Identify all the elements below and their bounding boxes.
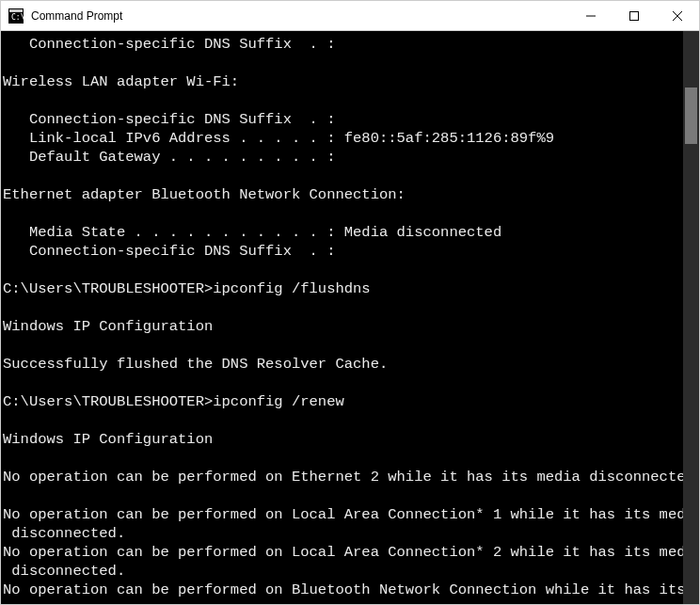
window-title: Command Prompt [31, 9, 569, 23]
minimize-button[interactable] [569, 1, 612, 30]
svg-rect-4 [630, 11, 639, 20]
app-icon: C:\ [8, 8, 24, 24]
scrollbar[interactable] [683, 31, 699, 604]
svg-rect-1 [9, 9, 23, 12]
titlebar: C:\ Command Prompt [1, 1, 699, 31]
scroll-thumb[interactable] [685, 88, 697, 144]
close-button[interactable] [656, 1, 699, 30]
svg-text:C:\: C:\ [11, 13, 24, 22]
terminal-area: Connection-specific DNS Suffix . : Wirel… [1, 31, 699, 604]
maximize-button[interactable] [612, 1, 656, 30]
terminal-output[interactable]: Connection-specific DNS Suffix . : Wirel… [1, 31, 683, 604]
window-controls [569, 1, 699, 30]
